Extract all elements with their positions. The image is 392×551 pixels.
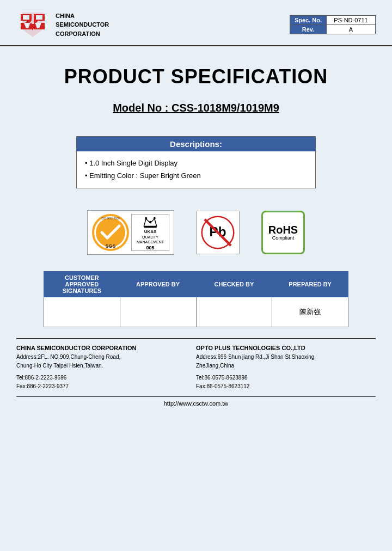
company-logo: [16, 10, 49, 40]
pb-cert: Pb: [196, 211, 240, 254]
sgs-badge-icon: SGS ISO 9001:2000: [92, 214, 129, 251]
page: CHINA SEMICONDUCTOR CORPORATION Spec. No…: [0, 0, 392, 551]
spec-no-value: PS-ND-0711: [327, 16, 376, 25]
prepared-sig-cell: 陳新強: [272, 297, 348, 327]
header: CHINA SEMICONDUCTOR CORPORATION Spec. No…: [0, 0, 392, 46]
sgs-ukas-cert: SGS ISO 9001:2000 UKASQUALITYMANAGEMENT …: [87, 210, 174, 255]
footer-url: http://www.csctw.com.tw: [16, 396, 376, 410]
ukas-label: UKASQUALITYMANAGEMENT: [137, 229, 164, 245]
rohs-label: RoHS: [268, 224, 298, 235]
svg-marker-5: [23, 15, 29, 20]
footer-left: CHINA SEMICONDUCTOR CORPORATION Address:…: [16, 344, 196, 391]
checked-by-header: CHECKED BY: [196, 271, 272, 297]
rev-label: Rev.: [290, 25, 326, 34]
svg-rect-17: [144, 226, 156, 228]
desc-item-1: • 1.0 Inch Single Digit Display: [85, 157, 307, 169]
customer-approved-header: CUSTOMER APPROVED SIGNATURES: [44, 271, 120, 297]
svg-point-13: [96, 218, 125, 247]
ukas-crown-icon: [142, 215, 158, 229]
approved-sig-cell: [120, 297, 196, 327]
svg-text:ISO 9001:2000: ISO 9001:2000: [101, 217, 120, 220]
footer-columns: CHINA SEMICONDUCTOR CORPORATION Address:…: [16, 344, 376, 391]
signatures-section: CUSTOMER APPROVED SIGNATURES APPROVED BY…: [44, 271, 348, 327]
signatures-table: CUSTOMER APPROVED SIGNATURES APPROVED BY…: [44, 271, 348, 327]
desc-header: Descriptions:: [77, 137, 315, 151]
left-fax: Fax:886-2-2223-9377: [16, 382, 196, 391]
model-number: Model No : CSS-1018M9/1019M9: [16, 102, 376, 114]
desc-item-2: • Emitting Color : Super Bright Green: [85, 169, 307, 182]
left-tel: Tel:886-2-2223-9696: [16, 374, 196, 382]
rohs-sub: Compliant: [272, 235, 295, 241]
rohs-cert: RoHS Compliant: [261, 211, 305, 254]
svg-marker-6: [36, 15, 42, 20]
ukas-number: 005: [146, 245, 154, 250]
spec-table: Spec. No. PS-ND-0711 Rev. A: [290, 15, 376, 34]
cert-section: SGS ISO 9001:2000 UKASQUALITYMANAGEMENT …: [16, 210, 376, 255]
footer-right: OPTO PLUS TECHNOLOGIES CO.,LTD Address:6…: [196, 344, 376, 391]
checked-sig-cell: [196, 297, 272, 327]
left-company-name: CHINA SEMICONDUCTOR CORPORATION: [16, 344, 196, 353]
title-section: PRODUCT SPECIFICATION Model No : CSS-101…: [0, 46, 392, 125]
company-name: CHINA SEMICONDUCTOR CORPORATION: [56, 11, 109, 39]
svg-point-20: [154, 217, 156, 219]
logo-area: CHINA SEMICONDUCTOR CORPORATION: [16, 10, 290, 40]
right-address: Address:696 Shun jiang Rd.,Ji Shan St.Sh…: [196, 353, 376, 362]
right-company-name: OPTO PLUS TECHNOLOGIES CO.,LTD: [196, 344, 376, 353]
right-city: ZheJiang,China: [196, 362, 376, 370]
right-tel: Tel:86-0575-8623898: [196, 374, 376, 382]
spec-no-label: Spec. No.: [290, 16, 326, 25]
rev-value: A: [327, 25, 376, 34]
svg-text:SGS: SGS: [105, 243, 115, 249]
left-address: Address:2FL. NO.909,Chung-Cheng Road,: [16, 353, 196, 362]
descriptions-box: Descriptions: • 1.0 Inch Single Digit Di…: [76, 136, 316, 188]
left-city: Chung-Ho City Taipei Hsien,Taiwan.: [16, 362, 196, 370]
main-title: PRODUCT SPECIFICATION: [16, 65, 376, 88]
approved-by-header: APPROVED BY: [120, 271, 196, 297]
right-fax: Fax:86-0575-8623112: [196, 382, 376, 391]
svg-point-19: [149, 221, 151, 223]
footer: CHINA SEMICONDUCTOR CORPORATION Address:…: [16, 338, 376, 411]
svg-point-18: [145, 217, 147, 219]
signatures-row: 陳新強: [44, 297, 348, 327]
pb-no-lead-icon: Pb: [201, 213, 235, 252]
customer-sig-cell: [44, 297, 120, 327]
prepared-by-header: PREPARED BY: [272, 271, 348, 297]
desc-body: • 1.0 Inch Single Digit Display • Emitti…: [77, 151, 315, 188]
